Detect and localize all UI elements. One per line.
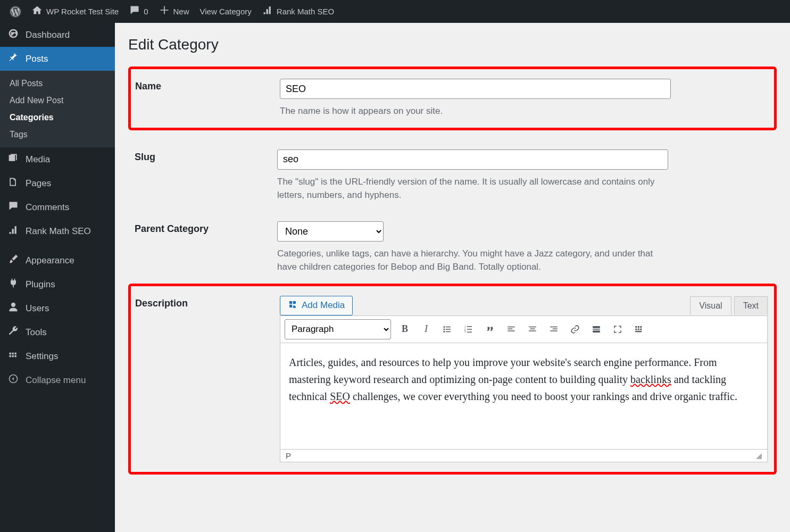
slug-description: The "slug" is the URL-friendly version o… <box>277 175 666 202</box>
view-category-link[interactable]: View Category <box>195 0 257 23</box>
comments-count: 0 <box>144 7 148 16</box>
submenu-all-posts[interactable]: All Posts <box>0 75 115 92</box>
settings-icon <box>7 350 19 363</box>
svg-rect-20 <box>553 328 558 329</box>
svg-point-3 <box>444 328 445 330</box>
description-editor[interactable]: Articles, guides, and resources to help … <box>280 343 768 450</box>
collapse-menu-button[interactable]: Collapse menu <box>0 368 115 392</box>
name-description: The name is how it appears on your site. <box>280 104 668 118</box>
svg-rect-10 <box>467 329 472 330</box>
svg-rect-21 <box>550 330 558 331</box>
brush-icon <box>7 254 19 267</box>
align-left-button[interactable] <box>504 322 519 337</box>
slug-label: Slug <box>128 140 277 212</box>
editor-tabs: Visual Text <box>690 296 768 315</box>
rankmath-menu[interactable]: Rank Math SEO <box>257 0 339 23</box>
comments-menu[interactable]: 0 <box>124 0 153 23</box>
bold-button[interactable]: B <box>397 322 412 337</box>
sidebar-item-comments[interactable]: Comments <box>0 195 115 219</box>
parent-description: Categories, unlike tags, can have a hier… <box>277 247 666 274</box>
sidebar-item-settings[interactable]: Settings <box>0 344 115 368</box>
svg-rect-24 <box>593 330 600 332</box>
submenu-categories[interactable]: Categories <box>0 109 115 126</box>
site-title: WP Rocket Test Site <box>46 7 119 16</box>
slug-input[interactable] <box>277 149 668 170</box>
svg-rect-6 <box>446 331 451 332</box>
parent-category-select[interactable]: None <box>277 221 384 242</box>
media-icon <box>288 300 297 312</box>
svg-rect-22 <box>593 326 600 328</box>
comment-icon <box>129 5 140 18</box>
submenu-tags[interactable]: Tags <box>0 126 115 143</box>
svg-rect-4 <box>446 329 451 330</box>
sidebar-item-users[interactable]: Users <box>0 296 115 320</box>
sidebar-item-media[interactable]: Media <box>0 147 115 171</box>
svg-text:3: 3 <box>464 330 466 333</box>
toolbar-toggle-button[interactable] <box>631 322 646 337</box>
svg-rect-18 <box>529 330 536 331</box>
svg-rect-14 <box>508 328 512 329</box>
editor-statusbar: P ◢ <box>280 450 768 462</box>
svg-rect-12 <box>467 331 472 332</box>
site-name-menu[interactable]: WP Rocket Test Site <box>27 0 124 23</box>
fullscreen-button[interactable] <box>610 322 625 337</box>
new-label: New <box>173 7 189 16</box>
name-highlight-box: Name The name is how it appears on your … <box>128 66 777 130</box>
new-content-menu[interactable]: New <box>154 0 195 23</box>
italic-button[interactable]: I <box>419 322 434 337</box>
svg-rect-26 <box>638 326 639 328</box>
name-input[interactable] <box>280 79 671 99</box>
resize-handle-icon[interactable]: ◢ <box>756 451 762 460</box>
pin-icon <box>7 52 19 65</box>
blockquote-button[interactable] <box>483 322 497 337</box>
media-icon <box>7 153 19 166</box>
link-button[interactable] <box>568 322 583 337</box>
block-format-select[interactable]: Paragraph <box>285 319 391 339</box>
sidebar-item-pages[interactable]: Pages <box>0 171 115 195</box>
add-media-button[interactable]: Add Media <box>280 296 353 315</box>
sidebar-item-dashboard[interactable]: Dashboard <box>0 23 115 47</box>
home-icon <box>32 5 43 18</box>
sidebar-item-plugins[interactable]: Plugins <box>0 272 115 296</box>
svg-rect-23 <box>593 329 600 330</box>
read-more-button[interactable] <box>589 322 604 337</box>
wrench-icon <box>7 326 19 339</box>
numbered-list-button[interactable]: 123 <box>461 322 476 337</box>
editor-toolbar: Paragraph B I 123 <box>280 315 768 343</box>
user-icon <box>7 302 19 315</box>
comment-icon <box>7 201 19 214</box>
tab-text[interactable]: Text <box>734 296 768 315</box>
tab-visual[interactable]: Visual <box>690 296 731 315</box>
chart-icon <box>262 5 273 18</box>
align-center-button[interactable] <box>525 322 540 337</box>
svg-rect-13 <box>508 326 515 327</box>
wordpress-logo-icon <box>10 6 21 18</box>
svg-rect-16 <box>529 326 536 327</box>
parent-label: Parent Category <box>128 212 277 284</box>
bullet-list-button[interactable] <box>440 322 455 337</box>
sidebar-item-posts[interactable]: Posts <box>0 47 115 71</box>
chart-icon <box>7 225 19 238</box>
svg-rect-31 <box>635 331 642 332</box>
posts-submenu: All Posts Add New Post Categories Tags <box>0 71 115 147</box>
svg-rect-28 <box>635 328 637 330</box>
dashboard-icon <box>7 28 19 41</box>
sidebar-item-appearance[interactable]: Appearance <box>0 248 115 272</box>
submenu-add-new-post[interactable]: Add New Post <box>0 92 115 109</box>
spellcheck-word: backlinks <box>630 373 671 385</box>
admin-bar: WP Rocket Test Site 0 New View Category … <box>0 0 790 23</box>
svg-rect-29 <box>638 328 639 330</box>
main-content: Edit Category Name The name is how it ap… <box>115 23 790 532</box>
description-highlight-box: Description Add Media Visual Text <box>128 284 777 475</box>
pages-icon <box>7 177 19 190</box>
wp-logo-menu[interactable] <box>4 0 27 23</box>
svg-rect-30 <box>640 328 642 330</box>
sidebar-item-tools[interactable]: Tools <box>0 320 115 344</box>
spellcheck-word: SEO <box>330 390 350 402</box>
svg-rect-2 <box>446 326 451 327</box>
align-right-button[interactable] <box>546 322 561 337</box>
svg-rect-25 <box>635 326 637 328</box>
svg-rect-27 <box>640 326 642 328</box>
svg-rect-15 <box>508 330 515 331</box>
sidebar-item-rankmath[interactable]: Rank Math SEO <box>0 219 115 243</box>
